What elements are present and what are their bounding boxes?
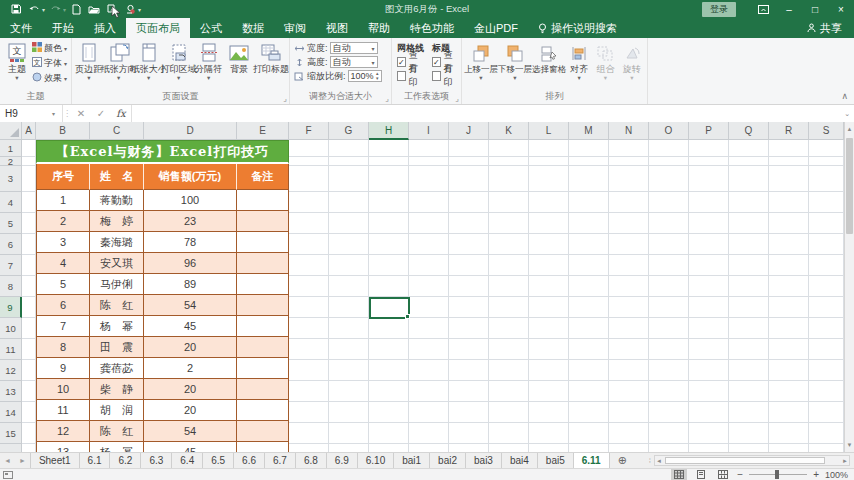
print-preview-icon[interactable] bbox=[104, 2, 120, 16]
rotate-button[interactable]: 旋转▾ bbox=[619, 41, 645, 81]
cell-name[interactable]: 杨 幂 bbox=[90, 442, 144, 452]
cell-no[interactable]: 13 bbox=[36, 442, 90, 452]
paper-size-button[interactable]: 纸张大小▾ bbox=[134, 41, 164, 81]
background-button[interactable]: 背景 bbox=[223, 41, 255, 81]
ribbon-tab-视图[interactable]: 视图 bbox=[316, 18, 358, 38]
cell-sales[interactable]: 20 bbox=[144, 379, 237, 400]
row-header-12[interactable]: 12 bbox=[0, 360, 22, 381]
zoom-out-button[interactable]: − bbox=[737, 470, 743, 480]
row-header-2[interactable]: 2 bbox=[0, 157, 22, 166]
insert-function-icon[interactable]: fx bbox=[111, 108, 131, 119]
new-document-icon[interactable] bbox=[68, 2, 84, 16]
cell-no[interactable]: 2 bbox=[36, 211, 90, 232]
normal-view-button[interactable] bbox=[671, 469, 687, 480]
page-setup-dialog-launcher-icon[interactable]: ⌟ bbox=[283, 95, 287, 103]
page-layout-view-button[interactable] bbox=[693, 469, 709, 480]
sheet-tab-6.10[interactable]: 6.10 bbox=[358, 453, 394, 468]
cell-no[interactable]: 6 bbox=[36, 295, 90, 316]
cell-note[interactable] bbox=[237, 295, 289, 316]
sheet-tab-6.8[interactable]: 6.8 bbox=[296, 453, 327, 468]
gridlines-print-checkbox[interactable]: 打印 bbox=[397, 69, 424, 83]
column-header-J[interactable]: J bbox=[449, 122, 489, 140]
column-header-F[interactable]: F bbox=[289, 122, 329, 140]
row-header-14[interactable]: 14 bbox=[0, 402, 22, 423]
column-header-H[interactable]: H bbox=[369, 122, 409, 140]
sheet-tab-6.5[interactable]: 6.5 bbox=[203, 453, 234, 468]
redo-dropdown-icon[interactable]: ▾ bbox=[63, 6, 66, 13]
horizontal-scroll-thumb[interactable] bbox=[665, 457, 825, 464]
cell-sales[interactable]: 2 bbox=[144, 358, 237, 379]
cell-name[interactable]: 陈 红 bbox=[90, 421, 144, 442]
cell-note[interactable] bbox=[237, 421, 289, 442]
close-button[interactable]: × bbox=[828, 0, 854, 18]
sheet-tab-bai4[interactable]: bai4 bbox=[502, 453, 538, 468]
theme-colors-button[interactable]: 颜色▾ bbox=[32, 41, 67, 55]
column-header-E[interactable]: E bbox=[237, 122, 289, 140]
column-header-M[interactable]: M bbox=[569, 122, 609, 140]
cell-no[interactable]: 5 bbox=[36, 274, 90, 295]
ribbon-display-options-icon[interactable] bbox=[750, 0, 776, 18]
sheet-tab-6.2[interactable]: 6.2 bbox=[110, 453, 141, 468]
column-header-O[interactable]: O bbox=[649, 122, 689, 140]
collapse-ribbon-icon[interactable]: ∧ bbox=[841, 91, 848, 101]
zoom-in-button[interactable]: + bbox=[813, 470, 819, 480]
redo-icon[interactable] bbox=[47, 2, 63, 16]
vertical-scroll-thumb[interactable] bbox=[846, 138, 853, 234]
ribbon-tab-帮助[interactable]: 帮助 bbox=[358, 18, 400, 38]
send-backward-button[interactable]: 下移一层▾ bbox=[498, 41, 532, 81]
vertical-scrollbar[interactable]: ▲ ▼ bbox=[844, 122, 854, 452]
ribbon-tab-插入[interactable]: 插入 bbox=[84, 18, 126, 38]
ribbon-tab-特色功能[interactable]: 特色功能 bbox=[400, 18, 464, 38]
cell-name[interactable]: 柴 静 bbox=[90, 379, 144, 400]
row-header-5[interactable]: 5 bbox=[0, 213, 22, 234]
sheet-tab-bai5[interactable]: bai5 bbox=[538, 453, 574, 468]
cell-name[interactable]: 蒋勤勤 bbox=[90, 190, 144, 211]
cell-sales[interactable]: 20 bbox=[144, 400, 237, 421]
cell-no[interactable]: 4 bbox=[36, 253, 90, 274]
cell-sales[interactable]: 54 bbox=[144, 421, 237, 442]
save-icon[interactable] bbox=[8, 2, 24, 16]
sheet-tab-bai1[interactable]: bai1 bbox=[394, 453, 430, 468]
ribbon-tab-公式[interactable]: 公式 bbox=[190, 18, 232, 38]
login-button[interactable]: 登录 bbox=[702, 2, 736, 17]
name-box[interactable]: H9 bbox=[0, 105, 52, 122]
row-header-10[interactable]: 10 bbox=[0, 318, 22, 339]
scale-spinner[interactable]: 100%▴▾ bbox=[348, 70, 382, 82]
sheet-tab-6.7[interactable]: 6.7 bbox=[265, 453, 296, 468]
row-header-8[interactable]: 8 bbox=[0, 276, 22, 297]
select-all-button[interactable] bbox=[0, 122, 22, 140]
row-header-13[interactable]: 13 bbox=[0, 381, 22, 402]
cell-name[interactable]: 马伊俐 bbox=[90, 274, 144, 295]
sheet-nav-right-icon[interactable]: ► bbox=[15, 453, 30, 468]
sheet-tab-6.11[interactable]: 6.11 bbox=[574, 453, 610, 468]
cell-sales[interactable]: 78 bbox=[144, 232, 237, 253]
cell-sales[interactable]: 20 bbox=[144, 337, 237, 358]
cell-no[interactable]: 7 bbox=[36, 316, 90, 337]
row-header-6[interactable]: 6 bbox=[0, 234, 22, 255]
ribbon-tab-开始[interactable]: 开始 bbox=[42, 18, 84, 38]
cell-sales[interactable]: 89 bbox=[144, 274, 237, 295]
cell-sales[interactable]: 45 bbox=[144, 442, 237, 452]
cell-note[interactable] bbox=[237, 274, 289, 295]
tell-me-search[interactable]: 操作说明搜索 bbox=[538, 18, 617, 38]
new-sheet-button[interactable]: ⊕ bbox=[610, 453, 635, 468]
open-folder-icon[interactable] bbox=[86, 2, 102, 16]
column-header-B[interactable]: B bbox=[36, 122, 90, 140]
sheet-tab-bai2[interactable]: bai2 bbox=[430, 453, 466, 468]
sheet-tab-bai3[interactable]: bai3 bbox=[466, 453, 502, 468]
height-dropdown[interactable]: 自动▾ bbox=[330, 56, 378, 68]
scale-dialog-launcher-icon[interactable]: ⌟ bbox=[385, 95, 389, 103]
ribbon-tab-审阅[interactable]: 审阅 bbox=[274, 18, 316, 38]
column-header-K[interactable]: K bbox=[489, 122, 529, 140]
name-box-dropdown-icon[interactable]: ▾ bbox=[52, 110, 62, 117]
ribbon-tab-页面布局[interactable]: 页面布局 bbox=[126, 18, 190, 38]
cell-name[interactable]: 秦海璐 bbox=[90, 232, 144, 253]
cell-name[interactable]: 胡 润 bbox=[90, 400, 144, 421]
page-break-view-button[interactable] bbox=[715, 469, 731, 480]
row-header-11[interactable]: 11 bbox=[0, 339, 22, 360]
row-header-1[interactable]: 1 bbox=[0, 140, 22, 157]
tab-scrollbar-splitter[interactable]: ⁞ bbox=[646, 453, 654, 468]
column-header-A[interactable]: A bbox=[22, 122, 36, 140]
column-header-P[interactable]: P bbox=[689, 122, 729, 140]
cell-sales[interactable]: 23 bbox=[144, 211, 237, 232]
